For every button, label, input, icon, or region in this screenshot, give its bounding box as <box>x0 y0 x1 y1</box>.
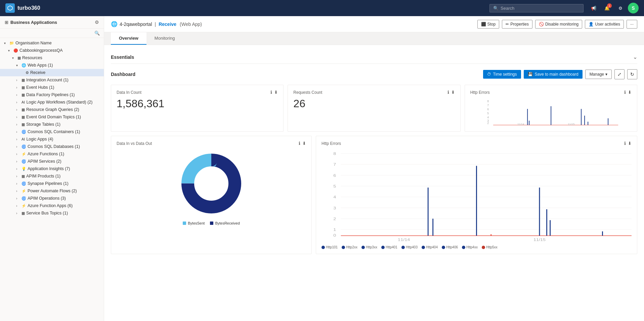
user-activities-button[interactable]: 👤 User activities <box>585 20 624 29</box>
sidebar-tree-item-3[interactable]: ▾🌐Web Apps (1) <box>0 62 104 69</box>
resource-separator: | <box>155 22 156 27</box>
sidebar-tree-item-17[interactable]: ›💡Application Insights (7) <box>0 165 104 172</box>
save-dashboard-button[interactable]: 💾 Save to main dashboard <box>524 70 583 79</box>
more-button[interactable]: ··· <box>627 20 637 29</box>
time-settings-button[interactable]: ⏱ Time settings <box>483 70 521 79</box>
stop-icon: ⬛ <box>481 22 486 27</box>
chevron-icon: › <box>16 137 20 141</box>
sidebar-tree-item-21[interactable]: ›🌀APIM Operations (3) <box>0 195 104 202</box>
brand-logo[interactable]: turbo360 <box>5 3 40 13</box>
sidebar-tree-item-11[interactable]: ›▦Storage Tables (1) <box>0 121 104 128</box>
sidebar-tree-item-23[interactable]: ›▦Service Bus Topics (1) <box>0 209 104 217</box>
sidebar-tree-item-15[interactable]: ›⚡Azure Functions (1) <box>0 150 104 158</box>
chevron-down-icon: ▾ <box>605 72 607 77</box>
metric-download-icon-3[interactable]: ⬇ <box>628 90 632 95</box>
fullscreen-button[interactable]: ⤢ <box>614 69 625 79</box>
http-errors-legend: Http101 Http2xx Http3xx Http401 <box>321 245 632 249</box>
tree-node-label: APIM Operations (3) <box>28 196 101 201</box>
svg-text:11/14: 11/14 <box>398 238 410 242</box>
legend-http404: Http404 <box>422 245 438 249</box>
chevron-icon: › <box>16 78 20 82</box>
metric-download-icon[interactable]: ⬇ <box>274 90 278 95</box>
sidebar-search-input[interactable] <box>4 31 92 36</box>
chevron-icon: › <box>16 160 20 163</box>
tab-monitoring[interactable]: Monitoring <box>146 32 183 45</box>
chevron-icon: ▾ <box>16 64 20 67</box>
http-info-icon[interactable]: ℹ <box>624 141 626 146</box>
legend-http4xx: Http4xx <box>462 245 478 249</box>
brand-name: turbo360 <box>17 5 40 11</box>
tab-overview[interactable]: Overview <box>111 32 146 45</box>
sidebar-tree-item-16[interactable]: ›🌀APIM Services (2) <box>0 158 104 165</box>
sidebar-tree-item-7[interactable]: ›▦Data Factory Pipelines (1) <box>0 91 104 98</box>
sidebar-tree-item-19[interactable]: ›🌀Synapse Pipelines (1) <box>0 180 104 187</box>
notification-icon-btn[interactable]: 🔔 1 <box>601 2 613 14</box>
sidebar-tree-item-0[interactable]: ▾📁Organisation Name <box>0 39 104 47</box>
megaphone-icon-btn[interactable]: 📢 <box>588 2 600 14</box>
sidebar-tree-item-5[interactable]: ›▦Integration Account (1) <box>0 76 104 84</box>
tabs-bar: Overview Monitoring <box>104 32 644 45</box>
settings-icon-btn[interactable]: ⚙ <box>614 2 627 14</box>
metric-info-icon[interactable]: ℹ <box>270 90 272 95</box>
chevron-icon: › <box>16 182 20 186</box>
sidebar-tree-item-12[interactable]: ›🌀Cosmos SQL Containers (1) <box>0 128 104 135</box>
manage-button[interactable]: Manage ▾ <box>585 70 612 79</box>
legend-label-http5xx: Http5xx <box>486 245 498 249</box>
http-errors-chart-title: Http Errors <box>321 141 341 146</box>
metric-value-requests: 26 <box>293 97 455 110</box>
legend-label-http2xx: Http2xx <box>346 245 357 249</box>
svg-text:5: 5 <box>333 184 336 189</box>
http-download-icon[interactable]: ⬇ <box>628 141 632 146</box>
sidebar-tree-item-10[interactable]: ›▦Event Grid Domain Topics (1) <box>0 113 104 121</box>
essentials-collapse-icon[interactable]: ⌄ <box>633 54 637 60</box>
tree-node-icon: 🌐 <box>22 63 26 68</box>
sidebar-tree-item-6[interactable]: ›▦Event Hubs (1) <box>0 84 104 91</box>
sidebar-apps-icon: ⊞ <box>5 20 8 25</box>
tree-node-icon: ⚙ <box>26 71 29 75</box>
sidebar-search-bar[interactable]: 🔍 <box>0 29 104 38</box>
properties-icon: ✏ <box>506 22 509 27</box>
refresh-button[interactable]: ↻ <box>627 69 637 79</box>
sidebar-tree-item-1[interactable]: ▾🔴CabbookingprocessQA <box>0 47 104 54</box>
content-area: 🌐 4-2qawebportal | Receive (Web App) ⬛ S… <box>104 16 644 321</box>
tree-node-label: Resource Graph Queries (2) <box>26 107 101 112</box>
tree-node-label: Organisation Name <box>15 41 101 45</box>
sidebar-tree-item-13[interactable]: ›AILogic Apps (4) <box>0 135 104 143</box>
metric-info-icon-2[interactable]: ℹ <box>447 90 449 95</box>
sidebar-tree-item-8[interactable]: ›AILogic App Workflows (Standard) (2) <box>0 98 104 106</box>
chevron-icon: ▾ <box>4 41 8 45</box>
tree-node-label: Receive <box>30 70 101 75</box>
donut-download-icon[interactable]: ⬇ <box>302 141 306 146</box>
chevron-icon: › <box>16 123 20 126</box>
user-activities-icon: 👤 <box>589 22 594 27</box>
legend-http3xx: Http3xx <box>361 245 377 249</box>
sidebar-tree-item-4[interactable]: ⚙Receive <box>0 69 104 76</box>
sidebar-tree-item-20[interactable]: ›⚡Power Automate Flows (2) <box>0 187 104 195</box>
sidebar-tree-item-22[interactable]: ›⚡Azure Function Apps (6) <box>0 202 104 209</box>
tree-node-label: Synapse Pipelines (1) <box>28 181 101 186</box>
chevron-icon: › <box>16 167 20 171</box>
chevron-icon: › <box>16 197 20 200</box>
tree-node-label: Azure Function Apps (6) <box>28 203 101 208</box>
user-avatar[interactable]: S <box>628 3 639 13</box>
search-bar[interactable]: 🔍 <box>489 4 584 12</box>
sidebar-tree-item-14[interactable]: ›🌀Cosmos SQL Databases (1) <box>0 143 104 150</box>
metric-download-icon-2[interactable]: ⬇ <box>451 90 455 95</box>
svg-text:8: 8 <box>333 152 336 156</box>
tree-node-label: APIM Products (1) <box>26 174 101 178</box>
legend-http2xx: Http2xx <box>342 245 357 249</box>
search-input[interactable] <box>501 6 580 11</box>
svg-text:6: 6 <box>487 108 489 111</box>
properties-button[interactable]: ✏ Properties <box>502 20 532 29</box>
donut-info-icon[interactable]: ℹ <box>299 141 300 146</box>
sidebar-settings-icon[interactable]: ⚙ <box>95 19 99 25</box>
sidebar-tree-item-9[interactable]: ›▦Resource Graph Queries (2) <box>0 106 104 113</box>
stop-button[interactable]: ⬛ Stop <box>477 20 500 29</box>
legend-label-http406: Http406 <box>446 245 458 249</box>
sidebar-tree-item-18[interactable]: ›▦APIM Products (1) <box>0 172 104 180</box>
chevron-icon: › <box>16 93 20 97</box>
tree-node-icon: ▦ <box>22 108 25 112</box>
disable-monitoring-button[interactable]: 🚫 Disable monitoring <box>535 20 582 29</box>
sidebar-tree-item-2[interactable]: ▾▦Resources <box>0 54 104 62</box>
metric-info-icon-3[interactable]: ℹ <box>624 90 626 95</box>
